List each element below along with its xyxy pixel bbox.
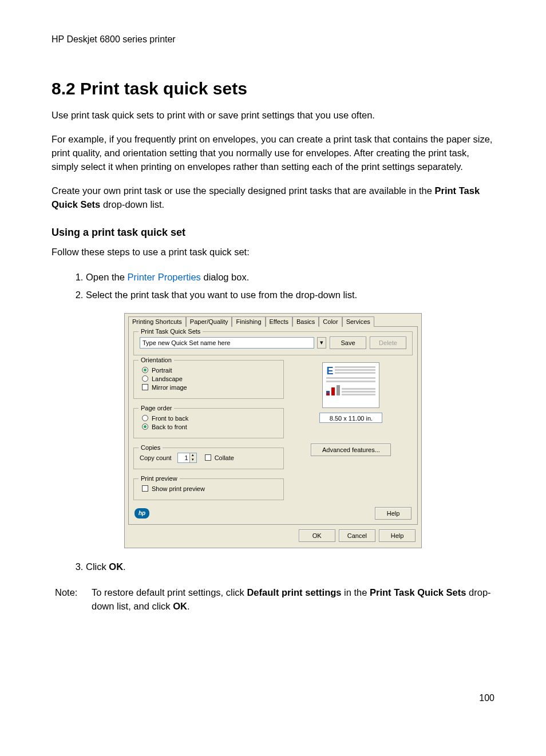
inner-help-button[interactable]: Help [375, 507, 412, 520]
s3-pre: Click [86, 561, 109, 572]
paragraph-1: Use print task quick sets to print with … [52, 109, 494, 122]
page-title: 8.2 Print task quick sets [52, 79, 494, 98]
orientation-legend: Orientation [139, 357, 174, 363]
tab-paper-quality[interactable]: Paper/Quality [186, 316, 232, 327]
quickset-name-input[interactable] [140, 337, 314, 349]
tab-finishing[interactable]: Finishing [232, 316, 265, 327]
copy-count-spinner[interactable]: 1 ▴▾ [177, 453, 197, 463]
note-block: Note: To restore default print settings,… [52, 586, 494, 613]
paragraph-3: Create your own print task or use the sp… [52, 184, 494, 212]
show-preview-checkbox[interactable]: Show print preview [140, 485, 278, 492]
checkbox-icon [205, 454, 211, 461]
s3-bold: OK [109, 561, 123, 572]
pageorder-fieldset: Page order Front to back Back to front [133, 408, 284, 438]
tab-printing-shortcuts[interactable]: Printing Shortcuts [128, 316, 186, 327]
dialog-footer: OK Cancel Help [125, 525, 421, 544]
step-1: Open the Printer Properties dialog box. [86, 269, 494, 285]
tab-basics[interactable]: Basics [292, 316, 319, 327]
steps-list-continued: Click OK. [52, 559, 494, 575]
quickset-legend: Print Task Quick Sets [139, 328, 203, 335]
subheading: Using a print task quick set [52, 227, 494, 239]
advanced-features-button[interactable]: Advanced features... [311, 444, 391, 456]
collate-checkbox[interactable]: Collate [203, 454, 234, 461]
preview-legend: Print preview [139, 475, 180, 482]
tab-services[interactable]: Services [342, 316, 374, 327]
tab-content: Print Task Quick Sets ▾ Save Delete Orie… [128, 326, 418, 525]
printer-properties-link[interactable]: Printer Properties [127, 272, 200, 282]
page-preview-icon: E [322, 362, 379, 408]
front-to-back-radio[interactable]: Front to back [140, 415, 278, 422]
s3-post: . [123, 561, 126, 572]
p3-post: drop-down list. [100, 199, 164, 209]
copycount-label: Copy count [140, 454, 172, 461]
mirror-label: Mirror image [152, 384, 187, 391]
subhead-intro: Follow these steps to use a print task q… [52, 246, 494, 259]
tab-color[interactable]: Color [319, 316, 342, 327]
save-button[interactable]: Save [330, 337, 366, 349]
cancel-button[interactable]: Cancel [339, 529, 375, 542]
radio-selected-icon [142, 367, 148, 373]
delete-button[interactable]: Delete [370, 337, 406, 349]
quickset-fieldset: Print Task Quick Sets ▾ Save Delete [133, 331, 413, 355]
chevron-down-icon: ▾ [320, 339, 323, 346]
portrait-label: Portrait [152, 367, 172, 374]
printer-properties-dialog: Printing Shortcuts Paper/Quality Finishi… [124, 313, 422, 548]
landscape-label: Landscape [152, 375, 183, 382]
page-size-display: 8.50 x 11.00 in. [319, 413, 382, 423]
tab-effects[interactable]: Effects [266, 316, 292, 327]
quickset-dropdown-button[interactable]: ▾ [317, 337, 326, 349]
show-preview-label: Show print preview [152, 485, 205, 492]
portrait-radio[interactable]: Portrait [140, 367, 278, 374]
s1-pre: Open the [86, 272, 127, 282]
tab-bar: Printing Shortcuts Paper/Quality Finishi… [125, 314, 421, 326]
steps-list: Open the Printer Properties dialog box. … [52, 269, 494, 302]
note-pre: To restore default print settings, click [92, 587, 247, 597]
collate-label: Collate [215, 454, 234, 461]
copies-legend: Copies [139, 444, 163, 451]
mirror-checkbox[interactable]: Mirror image [140, 384, 278, 391]
copies-fieldset: Copies Copy count 1 ▴▾ Collate [133, 448, 284, 469]
landscape-radio[interactable]: Landscape [140, 375, 278, 382]
paragraph-2: For example, if you frequently print on … [52, 133, 494, 174]
note-b2: Print Task Quick Sets [370, 587, 466, 597]
note-label: Note: [55, 586, 84, 613]
copy-count-value: 1 [178, 454, 189, 461]
back-to-front-radio[interactable]: Back to front [140, 423, 278, 430]
hp-logo-icon: hp [134, 508, 149, 518]
help-button[interactable]: Help [379, 529, 416, 542]
ok-button[interactable]: OK [299, 529, 335, 542]
pageorder-legend: Page order [139, 405, 174, 411]
radio-selected-icon [142, 423, 148, 430]
print-preview-fieldset: Print preview Show print preview [133, 478, 284, 500]
page-number: 100 [52, 693, 494, 703]
note-post: . [187, 601, 190, 611]
spin-down-icon[interactable]: ▾ [189, 458, 196, 462]
radio-unselected-icon [142, 375, 148, 382]
p3-pre: Create your own print task or use the sp… [52, 185, 435, 196]
note-b1: Default print settings [247, 587, 341, 597]
radio-unselected-icon [142, 415, 148, 421]
step-2: Select the print task that you want to u… [86, 287, 494, 303]
orientation-fieldset: Orientation Portrait Landscape Mirror im… [133, 360, 284, 399]
note-body: To restore default print settings, click… [92, 586, 494, 613]
step-3: Click OK. [86, 559, 494, 575]
btf-label: Back to front [152, 423, 187, 430]
note-mid1: in the [341, 587, 370, 597]
note-b3: OK [173, 601, 187, 611]
checkbox-icon [142, 485, 148, 492]
checkbox-icon [142, 384, 148, 390]
s1-post: dialog box. [201, 272, 249, 282]
page-header: HP Deskjet 6800 series printer [52, 34, 494, 45]
ftb-label: Front to back [152, 415, 188, 422]
